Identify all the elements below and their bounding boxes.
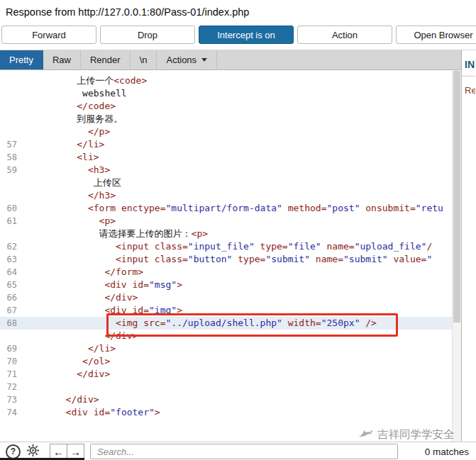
code-line[interactable]: 61<p> — [0, 215, 453, 228]
toolbar-button-action[interactable]: Action — [297, 26, 392, 44]
code-text: <input class="button" type="submit" name… — [17, 253, 432, 266]
code-line[interactable]: 66</div> — [0, 291, 453, 304]
code-token: "250px" — [321, 318, 360, 328]
response-title-text: Response from http://127.0.0.1:80/Pass-0… — [6, 6, 249, 18]
code-line[interactable]: </div> — [0, 330, 453, 342]
code-token: </div> — [66, 394, 99, 405]
code-token: </ol> — [82, 356, 110, 366]
right-arrow-icon: → — [70, 446, 81, 458]
code-text: webshell — [17, 87, 127, 100]
code-token: id= — [133, 279, 149, 290]
code-token: type= — [255, 241, 288, 252]
toolbar-button-intercept-is-on[interactable]: Intercept is on — [199, 26, 294, 44]
code-token: " — [426, 254, 432, 264]
code-text: <div id="img"> — [17, 304, 182, 317]
line-number: 57 — [0, 138, 17, 151]
search-next-button[interactable]: → — [67, 444, 84, 459]
code-token: > — [155, 407, 160, 417]
code-line[interactable]: 上传一个<code> — [0, 74, 453, 87]
code-line[interactable]: 71</div> — [0, 368, 453, 381]
code-line[interactable]: 72 — [0, 381, 453, 393]
code-line[interactable]: 上传区 — [0, 176, 453, 189]
code-text: 请选择要上传的图片：<p> — [17, 228, 208, 240]
code-line[interactable]: 57</li> — [0, 138, 453, 151]
tab-render[interactable]: Render — [81, 50, 131, 69]
code-line[interactable]: </p> — [0, 125, 453, 138]
code-token: <img — [116, 318, 143, 328]
code-token: "../upload/shell.php" — [166, 318, 282, 328]
code-token: "input_file" — [188, 241, 255, 252]
search-prev-button[interactable]: ← — [50, 444, 67, 459]
tab-actions[interactable]: Actions — [157, 50, 217, 69]
code-token: </div> — [77, 369, 110, 379]
code-line[interactable]: </code> — [0, 100, 453, 113]
code-line[interactable]: webshell — [0, 87, 453, 100]
tab-label: \n — [140, 55, 148, 65]
code-token: / — [426, 241, 432, 252]
toolbar-button-forward[interactable]: Forward — [1, 26, 96, 44]
line-number: 68 — [0, 317, 17, 330]
code-line[interactable]: 到服务器。 — [0, 113, 453, 125]
code-token: onsubmit= — [360, 203, 415, 213]
code-text: </div> — [17, 291, 138, 304]
match-count: 0 matches — [425, 447, 470, 457]
message-pane: PrettyRawRender\nActions 上传一个<code>websh… — [0, 50, 461, 442]
code-line[interactable]: 59<h3> — [0, 164, 453, 176]
code-line[interactable]: 60<form enctype="multipart/form-data" me… — [0, 202, 453, 215]
code-text: </code> — [17, 100, 116, 113]
inspector-section-request-attributes[interactable]: Re — [462, 77, 475, 96]
code-line[interactable]: 63<input class="button" type="submit" na… — [0, 253, 453, 266]
code-line[interactable]: 58<li> — [0, 151, 453, 164]
code-token: 上传区 — [94, 177, 121, 188]
code-line[interactable]: 70</ol> — [0, 355, 453, 368]
code-token: 到服务器。 — [77, 113, 123, 124]
code-token: </h3> — [88, 190, 116, 201]
code-text: <div id="msg"> — [17, 279, 182, 291]
code-line[interactable]: 73</div> — [0, 393, 453, 406]
tab-n[interactable]: \n — [131, 50, 157, 69]
help-button[interactable]: ? — [6, 444, 21, 459]
code-line[interactable]: 64</form> — [0, 266, 453, 279]
code-text: </li> — [17, 342, 116, 355]
tab-pretty[interactable]: Pretty — [0, 50, 43, 69]
code-editor[interactable]: 上传一个<code>webshell</code>到服务器。</p>57</li… — [0, 70, 461, 442]
code-token: class= — [155, 254, 188, 264]
code-line[interactable]: 74<div id="footer"> — [0, 406, 453, 419]
search-input[interactable] — [90, 444, 398, 459]
toolbar-button-open-browser[interactable]: Open Browser — [396, 26, 476, 44]
code-text: </form> — [17, 266, 143, 279]
inspector-panel[interactable]: IN Re — [461, 50, 475, 442]
line-number: 73 — [0, 393, 17, 406]
code-line[interactable]: 68<img src="../upload/shell.php" width="… — [0, 317, 453, 330]
code-token: </div> — [104, 292, 138, 303]
code-line[interactable]: 请选择要上传的图片：<p> — [0, 228, 453, 240]
line-number: 58 — [0, 151, 17, 164]
toolbar-button-drop[interactable]: Drop — [100, 26, 195, 44]
view-tabs: PrettyRawRender\nActions — [0, 50, 461, 70]
code-token: 上传一个 — [77, 75, 114, 86]
code-line[interactable]: 65<div id="msg"> — [0, 279, 453, 291]
code-token: width= — [282, 318, 321, 328]
line-number: 60 — [0, 202, 17, 215]
code-token: <form — [88, 203, 121, 213]
code-text: </ol> — [17, 355, 110, 368]
line-number: 64 — [0, 266, 17, 279]
vertical-scrollbar[interactable] — [452, 70, 461, 442]
code-token: id= — [94, 407, 110, 417]
code-text: </div> — [17, 330, 138, 342]
tab-label: Render — [90, 55, 121, 65]
code-line[interactable]: 67<div id="img"> — [0, 304, 453, 317]
code-token: <code> — [114, 75, 147, 86]
code-token: type= — [232, 254, 265, 264]
code-token: "button" — [188, 254, 233, 264]
code-text: </li> — [17, 138, 104, 151]
scrollbar-thumb[interactable] — [453, 71, 460, 322]
code-text: <form enctype="multipart/form-data" meth… — [17, 202, 443, 215]
code-line[interactable]: 62<input class="input_file" type="file" … — [0, 240, 453, 253]
code-token: </code> — [77, 101, 116, 111]
burp-intercept-window: Response from http://127.0.0.1:80/Pass-0… — [0, 0, 476, 460]
code-line[interactable]: </h3> — [0, 189, 453, 202]
code-line[interactable]: 69</li> — [0, 342, 453, 355]
tab-raw[interactable]: Raw — [43, 50, 81, 69]
tab-label: Pretty — [9, 55, 33, 65]
